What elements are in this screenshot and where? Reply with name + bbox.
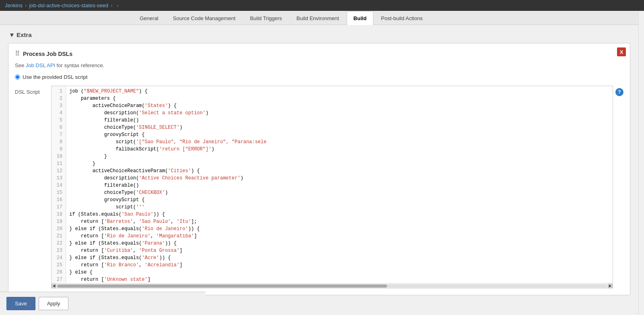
info-text: See Job DSL API for syntax reference. — [15, 62, 623, 68]
job-dsl-api-link[interactable]: Job DSL API — [26, 62, 55, 68]
dsl-label: DSL Script — [15, 86, 47, 95]
code-content[interactable]: job ("$NEW_PROJECT_NAME") { parameters {… — [66, 86, 613, 283]
line-numbers: 12345 678910 1112131415 1617181920 21222… — [52, 86, 66, 283]
bottom-buttons: Save Apply — [0, 292, 205, 315]
scrollbar-track[interactable] — [57, 284, 607, 288]
breadcrumb-separator-1: › — [25, 2, 27, 8]
tab-general[interactable]: General — [133, 11, 165, 25]
help-button[interactable]: ? — [615, 88, 623, 96]
radio-option: Use the provided DSL script — [15, 74, 623, 80]
drag-handle-icon[interactable]: ⠿ — [15, 50, 20, 58]
breadcrumb-jenkins[interactable]: Jenkins — [5, 2, 23, 8]
card-title-text: Process Job DSLs — [23, 51, 72, 57]
radio-provided-dsl[interactable] — [15, 74, 20, 80]
dsl-row: DSL Script 12345 678910 1112131415 16171… — [15, 86, 623, 288]
section-header: ▼ Extra — [8, 31, 630, 38]
scrollbar-thumb[interactable] — [57, 284, 387, 288]
scrollbar-left-arrow[interactable]: ◀ — [52, 284, 56, 288]
dsl-editor-container: 12345 678910 1112131415 1617181920 21222… — [51, 86, 623, 288]
process-job-dsls-card: ⠿ Process Job DSLs X See Job DSL API for… — [8, 43, 630, 295]
breadcrumb-chevron-icon: › — [115, 3, 120, 8]
code-editor-wrapper: 12345 678910 1112131415 1617181920 21222… — [51, 86, 613, 288]
apply-button[interactable]: Apply — [39, 297, 69, 310]
close-button[interactable]: X — [617, 47, 626, 56]
breadcrumb-bar: Jenkins › job-dsl-active-choices-states-… — [0, 0, 644, 11]
info-prefix: See — [15, 62, 26, 68]
tab-build-environment[interactable]: Build Environment — [290, 11, 346, 25]
breadcrumb-job[interactable]: job-dsl-active-choices-states-seed — [29, 2, 108, 8]
content-area: General Source Code Management Build Tri… — [0, 11, 638, 315]
tab-build[interactable]: Build — [347, 11, 374, 25]
tab-post-build[interactable]: Post-build Actions — [374, 11, 429, 25]
right-scrollbar[interactable] — [638, 11, 644, 315]
tab-build-triggers[interactable]: Build Triggers — [243, 11, 289, 25]
card-title: ⠿ Process Job DSLs — [15, 50, 623, 58]
page-content: ▼ Extra ⠿ Process Job DSLs X See Job DSL… — [0, 25, 638, 308]
breadcrumb-separator-2: › — [111, 2, 112, 8]
tab-source-code[interactable]: Source Code Management — [166, 11, 242, 25]
main-container: General Source Code Management Build Tri… — [0, 11, 644, 315]
tabs-bar: General Source Code Management Build Tri… — [0, 11, 638, 25]
info-suffix: for syntax reference. — [55, 62, 104, 68]
scrollbar-right-arrow[interactable]: ▶ — [608, 284, 613, 288]
radio-provided-label[interactable]: Use the provided DSL script — [23, 74, 87, 80]
editor-scrollbar[interactable]: ◀ ▶ — [52, 283, 613, 288]
save-button[interactable]: Save — [6, 297, 35, 310]
code-editor[interactable]: 12345 678910 1112131415 1617181920 21222… — [52, 86, 613, 283]
